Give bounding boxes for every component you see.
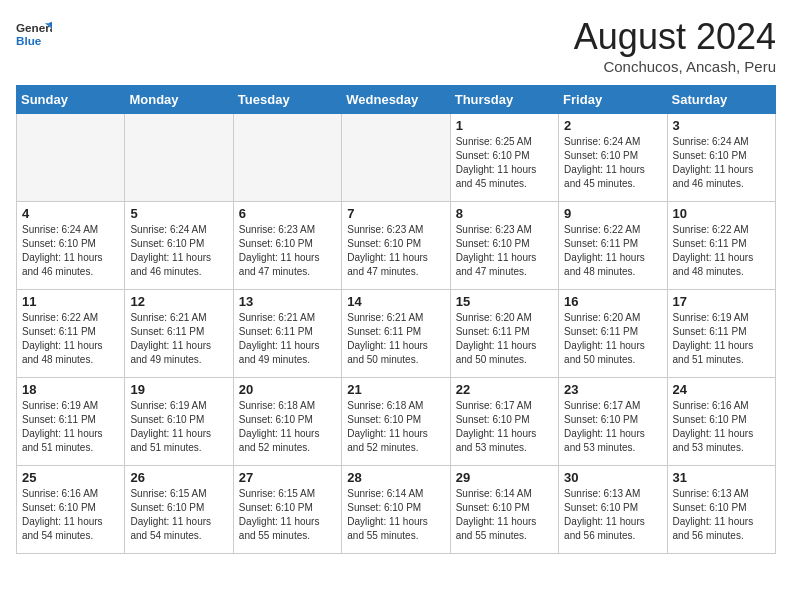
day-number: 28: [347, 470, 444, 485]
day-number: 18: [22, 382, 119, 397]
day-number: 3: [673, 118, 770, 133]
day-cell: 13Sunrise: 6:21 AM Sunset: 6:11 PM Dayli…: [233, 290, 341, 378]
week-row-1: 1Sunrise: 6:25 AM Sunset: 6:10 PM Daylig…: [17, 114, 776, 202]
day-cell: 16Sunrise: 6:20 AM Sunset: 6:11 PM Dayli…: [559, 290, 667, 378]
day-cell: 27Sunrise: 6:15 AM Sunset: 6:10 PM Dayli…: [233, 466, 341, 554]
day-info: Sunrise: 6:14 AM Sunset: 6:10 PM Dayligh…: [456, 487, 553, 543]
day-number: 22: [456, 382, 553, 397]
day-cell: 22Sunrise: 6:17 AM Sunset: 6:10 PM Dayli…: [450, 378, 558, 466]
header-cell-sunday: Sunday: [17, 86, 125, 114]
day-number: 7: [347, 206, 444, 221]
day-number: 19: [130, 382, 227, 397]
header-cell-monday: Monday: [125, 86, 233, 114]
day-cell: 19Sunrise: 6:19 AM Sunset: 6:10 PM Dayli…: [125, 378, 233, 466]
header-cell-thursday: Thursday: [450, 86, 558, 114]
svg-text:Blue: Blue: [16, 34, 42, 47]
day-info: Sunrise: 6:20 AM Sunset: 6:11 PM Dayligh…: [456, 311, 553, 367]
week-row-2: 4Sunrise: 6:24 AM Sunset: 6:10 PM Daylig…: [17, 202, 776, 290]
day-info: Sunrise: 6:17 AM Sunset: 6:10 PM Dayligh…: [564, 399, 661, 455]
day-cell: 12Sunrise: 6:21 AM Sunset: 6:11 PM Dayli…: [125, 290, 233, 378]
day-cell: 18Sunrise: 6:19 AM Sunset: 6:11 PM Dayli…: [17, 378, 125, 466]
day-info: Sunrise: 6:21 AM Sunset: 6:11 PM Dayligh…: [130, 311, 227, 367]
day-cell: 26Sunrise: 6:15 AM Sunset: 6:10 PM Dayli…: [125, 466, 233, 554]
day-info: Sunrise: 6:25 AM Sunset: 6:10 PM Dayligh…: [456, 135, 553, 191]
day-cell: 17Sunrise: 6:19 AM Sunset: 6:11 PM Dayli…: [667, 290, 775, 378]
day-number: 27: [239, 470, 336, 485]
day-info: Sunrise: 6:19 AM Sunset: 6:11 PM Dayligh…: [22, 399, 119, 455]
day-info: Sunrise: 6:15 AM Sunset: 6:10 PM Dayligh…: [239, 487, 336, 543]
day-cell: 30Sunrise: 6:13 AM Sunset: 6:10 PM Dayli…: [559, 466, 667, 554]
day-number: 15: [456, 294, 553, 309]
day-number: 17: [673, 294, 770, 309]
logo-icon: General Blue: [16, 16, 52, 52]
day-number: 12: [130, 294, 227, 309]
day-cell: 11Sunrise: 6:22 AM Sunset: 6:11 PM Dayli…: [17, 290, 125, 378]
day-info: Sunrise: 6:20 AM Sunset: 6:11 PM Dayligh…: [564, 311, 661, 367]
day-cell: 29Sunrise: 6:14 AM Sunset: 6:10 PM Dayli…: [450, 466, 558, 554]
day-cell: 3Sunrise: 6:24 AM Sunset: 6:10 PM Daylig…: [667, 114, 775, 202]
day-cell: 21Sunrise: 6:18 AM Sunset: 6:10 PM Dayli…: [342, 378, 450, 466]
day-number: 26: [130, 470, 227, 485]
day-number: 31: [673, 470, 770, 485]
day-cell: 23Sunrise: 6:17 AM Sunset: 6:10 PM Dayli…: [559, 378, 667, 466]
day-info: Sunrise: 6:24 AM Sunset: 6:10 PM Dayligh…: [22, 223, 119, 279]
calendar-header: General Blue August 2024 Conchucos, Anca…: [16, 16, 776, 75]
header-cell-tuesday: Tuesday: [233, 86, 341, 114]
day-info: Sunrise: 6:14 AM Sunset: 6:10 PM Dayligh…: [347, 487, 444, 543]
title-block: August 2024 Conchucos, Ancash, Peru: [574, 16, 776, 75]
day-cell: 10Sunrise: 6:22 AM Sunset: 6:11 PM Dayli…: [667, 202, 775, 290]
day-info: Sunrise: 6:23 AM Sunset: 6:10 PM Dayligh…: [456, 223, 553, 279]
day-info: Sunrise: 6:22 AM Sunset: 6:11 PM Dayligh…: [22, 311, 119, 367]
day-number: 5: [130, 206, 227, 221]
header-cell-saturday: Saturday: [667, 86, 775, 114]
week-row-3: 11Sunrise: 6:22 AM Sunset: 6:11 PM Dayli…: [17, 290, 776, 378]
day-cell: [17, 114, 125, 202]
day-number: 10: [673, 206, 770, 221]
day-cell: 1Sunrise: 6:25 AM Sunset: 6:10 PM Daylig…: [450, 114, 558, 202]
calendar-table: SundayMondayTuesdayWednesdayThursdayFrid…: [16, 85, 776, 554]
day-info: Sunrise: 6:16 AM Sunset: 6:10 PM Dayligh…: [673, 399, 770, 455]
day-cell: 2Sunrise: 6:24 AM Sunset: 6:10 PM Daylig…: [559, 114, 667, 202]
day-number: 30: [564, 470, 661, 485]
day-cell: 31Sunrise: 6:13 AM Sunset: 6:10 PM Dayli…: [667, 466, 775, 554]
day-cell: 25Sunrise: 6:16 AM Sunset: 6:10 PM Dayli…: [17, 466, 125, 554]
day-number: 20: [239, 382, 336, 397]
day-cell: 9Sunrise: 6:22 AM Sunset: 6:11 PM Daylig…: [559, 202, 667, 290]
day-number: 21: [347, 382, 444, 397]
header-cell-wednesday: Wednesday: [342, 86, 450, 114]
day-number: 8: [456, 206, 553, 221]
day-number: 11: [22, 294, 119, 309]
day-info: Sunrise: 6:19 AM Sunset: 6:10 PM Dayligh…: [130, 399, 227, 455]
day-info: Sunrise: 6:24 AM Sunset: 6:10 PM Dayligh…: [673, 135, 770, 191]
day-info: Sunrise: 6:22 AM Sunset: 6:11 PM Dayligh…: [673, 223, 770, 279]
day-number: 16: [564, 294, 661, 309]
day-info: Sunrise: 6:13 AM Sunset: 6:10 PM Dayligh…: [673, 487, 770, 543]
day-cell: 20Sunrise: 6:18 AM Sunset: 6:10 PM Dayli…: [233, 378, 341, 466]
day-info: Sunrise: 6:24 AM Sunset: 6:10 PM Dayligh…: [130, 223, 227, 279]
day-cell: 24Sunrise: 6:16 AM Sunset: 6:10 PM Dayli…: [667, 378, 775, 466]
day-info: Sunrise: 6:15 AM Sunset: 6:10 PM Dayligh…: [130, 487, 227, 543]
day-info: Sunrise: 6:21 AM Sunset: 6:11 PM Dayligh…: [239, 311, 336, 367]
calendar-title: August 2024: [574, 16, 776, 58]
day-number: 29: [456, 470, 553, 485]
week-row-4: 18Sunrise: 6:19 AM Sunset: 6:11 PM Dayli…: [17, 378, 776, 466]
header-row: SundayMondayTuesdayWednesdayThursdayFrid…: [17, 86, 776, 114]
svg-text:General: General: [16, 21, 52, 34]
day-number: 9: [564, 206, 661, 221]
calendar-thead: SundayMondayTuesdayWednesdayThursdayFrid…: [17, 86, 776, 114]
day-info: Sunrise: 6:21 AM Sunset: 6:11 PM Dayligh…: [347, 311, 444, 367]
day-number: 13: [239, 294, 336, 309]
day-number: 14: [347, 294, 444, 309]
day-info: Sunrise: 6:23 AM Sunset: 6:10 PM Dayligh…: [239, 223, 336, 279]
calendar-body: 1Sunrise: 6:25 AM Sunset: 6:10 PM Daylig…: [17, 114, 776, 554]
day-cell: [125, 114, 233, 202]
day-cell: 5Sunrise: 6:24 AM Sunset: 6:10 PM Daylig…: [125, 202, 233, 290]
day-number: 4: [22, 206, 119, 221]
day-cell: [342, 114, 450, 202]
day-number: 2: [564, 118, 661, 133]
logo: General Blue: [16, 16, 52, 52]
header-cell-friday: Friday: [559, 86, 667, 114]
day-number: 25: [22, 470, 119, 485]
day-info: Sunrise: 6:23 AM Sunset: 6:10 PM Dayligh…: [347, 223, 444, 279]
day-cell: [233, 114, 341, 202]
